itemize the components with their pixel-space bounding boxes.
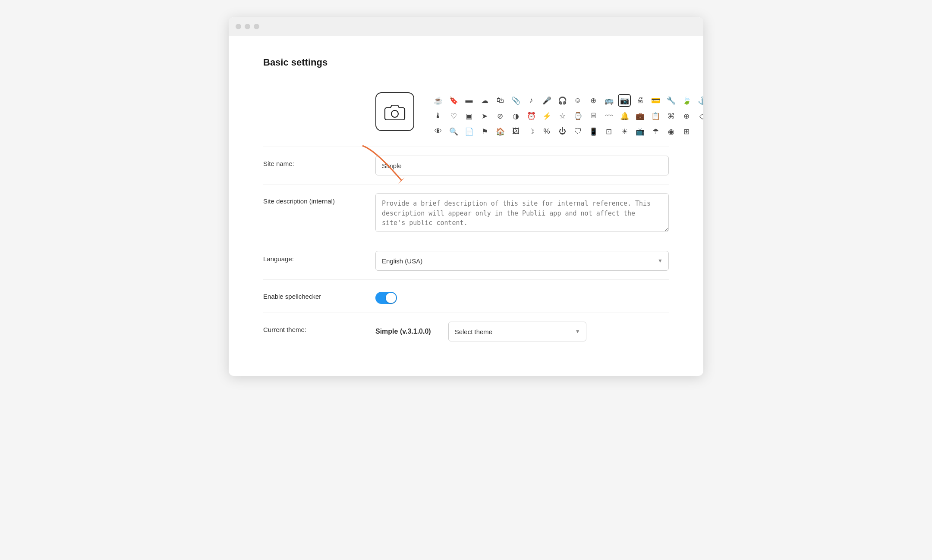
app-window: Basic settings: [229, 17, 703, 376]
icon-cell[interactable]: 🌡: [431, 109, 444, 122]
current-theme-label: Current theme:: [263, 322, 375, 333]
icon-cell[interactable]: 🚌: [602, 94, 615, 107]
icon-cell[interactable]: 🛡: [571, 125, 584, 138]
icon-cell[interactable]: 🛍: [494, 94, 507, 107]
icon-label: [263, 92, 375, 97]
icon-cell[interactable]: ♡: [447, 109, 460, 122]
titlebar: [229, 17, 703, 36]
icon-cell[interactable]: 📄: [463, 125, 475, 138]
language-select[interactable]: English (USA) English (UK) French German…: [375, 251, 669, 271]
icon-cell[interactable]: 🖥: [587, 109, 600, 122]
svg-point-0: [391, 110, 398, 117]
icon-cell[interactable]: ➤: [478, 109, 491, 122]
icon-cell[interactable]: ⚡: [540, 109, 553, 122]
site-description-control: [375, 193, 669, 233]
icon-cell[interactable]: ⏰: [525, 109, 538, 122]
theme-select-wrapper: Select theme Simple Bold Minimal ▼: [448, 322, 586, 341]
icon-cell[interactable]: 🔔: [618, 109, 631, 122]
icon-cell[interactable]: 🔖: [447, 94, 460, 107]
icon-cell[interactable]: 🖨: [633, 94, 646, 107]
language-select-wrapper: English (USA) English (UK) French German…: [375, 251, 669, 271]
icon-cell[interactable]: 🖼: [509, 125, 522, 138]
icon-cell[interactable]: 💳: [649, 94, 662, 107]
icon-cell[interactable]: ◑: [509, 109, 522, 122]
icon-cell[interactable]: ⚑: [478, 125, 491, 138]
current-theme-row: Current theme: Simple (v.3.1.0.0) Select…: [263, 313, 669, 350]
icon-cell[interactable]: ♪: [525, 94, 538, 107]
traffic-dot-close[interactable]: [236, 24, 241, 29]
icon-cell[interactable]: ⊕: [587, 94, 600, 107]
spellchecker-label: Enable spellchecker: [263, 288, 375, 300]
current-theme-name: Simple (v.3.1.0.0): [375, 328, 431, 335]
traffic-dot-minimize[interactable]: [245, 24, 250, 29]
icon-cell[interactable]: 🎤: [540, 94, 553, 107]
settings-section: ☕ 🔖 ▬ ☁ 🛍 📎 ♪ 🎤 🎧 ☺ ⊕ 🚌 📷: [263, 84, 669, 350]
icon-cell[interactable]: ▬: [463, 94, 475, 107]
icon-cell[interactable]: 🎧: [556, 94, 569, 107]
icon-cell[interactable]: ☺: [571, 94, 584, 107]
icon-cell[interactable]: 👁: [431, 125, 444, 138]
theme-select[interactable]: Select theme Simple Bold Minimal: [448, 322, 586, 341]
icon-cell[interactable]: 📎: [509, 94, 522, 107]
icon-cell[interactable]: 〰: [602, 109, 615, 122]
icon-cell[interactable]: 💼: [633, 109, 646, 122]
icon-row: ☕ 🔖 ▬ ☁ 🛍 📎 ♪ 🎤 🎧 ☺ ⊕ 🚌 📷: [263, 84, 669, 147]
icon-cell[interactable]: %: [540, 125, 553, 138]
icon-cell-selected[interactable]: 📷: [618, 94, 631, 107]
icon-grid: ☕ 🔖 ▬ ☁ 🛍 📎 ♪ 🎤 🎧 ☺ ⊕ 🚌 📷: [431, 92, 703, 138]
page-title: Basic settings: [263, 57, 669, 68]
site-description-label: Site description (internal): [263, 193, 375, 205]
icon-cell[interactable]: ☀: [618, 125, 631, 138]
icon-cell[interactable]: 📱: [587, 125, 600, 138]
icon-cell[interactable]: 🏠: [494, 125, 507, 138]
icon-cell[interactable]: ⌚: [571, 109, 584, 122]
site-description-input[interactable]: [375, 193, 669, 232]
site-name-row: Site name:: [263, 147, 669, 185]
language-control: English (USA) English (UK) French German…: [375, 251, 669, 271]
icon-control: ☕ 🔖 ▬ ☁ 🛍 📎 ♪ 🎤 🎧 ☺ ⊕ 🚌 📷: [375, 92, 703, 138]
icon-cell[interactable]: ⌘: [664, 109, 677, 122]
icon-cell[interactable]: ◉: [664, 125, 677, 138]
icon-cell[interactable]: ☁: [478, 94, 491, 107]
site-name-input[interactable]: [375, 156, 669, 175]
camera-icon: [384, 101, 406, 122]
icon-cell[interactable]: 📺: [633, 125, 646, 138]
icon-cell[interactable]: ⊡: [602, 125, 615, 138]
language-label: Language:: [263, 251, 375, 263]
toggle-knob: [386, 293, 396, 303]
icon-cell[interactable]: ☆: [556, 109, 569, 122]
icon-cell[interactable]: ⚓: [696, 94, 703, 107]
icon-upload-area: ☕ 🔖 ▬ ☁ 🛍 📎 ♪ 🎤 🎧 ☺ ⊕ 🚌 📷: [375, 92, 703, 138]
icon-cell[interactable]: 🔧: [664, 94, 677, 107]
icon-cell[interactable]: ⊞: [680, 125, 693, 138]
spellchecker-toggle[interactable]: [375, 292, 397, 304]
icon-cell[interactable]: ▣: [463, 109, 475, 122]
spellchecker-row: Enable spellchecker: [263, 280, 669, 313]
icon-cell[interactable]: ⏻: [556, 125, 569, 138]
main-content: Basic settings: [229, 36, 703, 376]
icon-cell[interactable]: ☕: [431, 94, 444, 107]
icon-cell[interactable]: ⊘: [494, 109, 507, 122]
icon-cell[interactable]: 📋: [649, 109, 662, 122]
icon-cell[interactable]: 🔍: [447, 125, 460, 138]
site-name-label: Site name:: [263, 156, 375, 167]
spellchecker-control: [375, 288, 669, 304]
icon-cell[interactable]: ⊕: [680, 109, 693, 122]
camera-upload-box[interactable]: [375, 92, 414, 131]
site-name-control: [375, 156, 669, 175]
icon-cell[interactable]: ☂: [649, 125, 662, 138]
icon-cell[interactable]: ☽: [525, 125, 538, 138]
site-description-row: Site description (internal): [263, 185, 669, 242]
language-row: Language: English (USA) English (UK) Fre…: [263, 242, 669, 280]
traffic-dot-maximize[interactable]: [254, 24, 259, 29]
theme-row: Simple (v.3.1.0.0) Select theme Simple B…: [375, 322, 669, 341]
icon-cell[interactable]: ◇: [696, 109, 703, 122]
current-theme-control: Simple (v.3.1.0.0) Select theme Simple B…: [375, 322, 669, 341]
icon-cell[interactable]: 🍃: [680, 94, 693, 107]
